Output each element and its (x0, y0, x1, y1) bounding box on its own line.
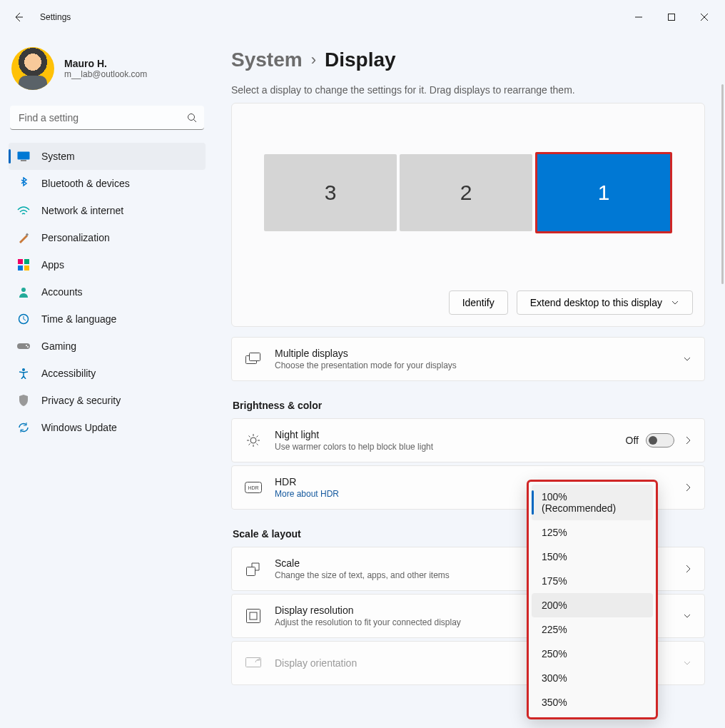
personalization-icon (17, 231, 30, 244)
network-icon (17, 204, 30, 217)
sidebar-item-apps[interactable]: Apps (9, 251, 206, 278)
scale-option-300[interactable]: 300% (532, 666, 653, 690)
svg-rect-23 (246, 658, 261, 667)
gaming-icon (17, 340, 30, 353)
section-brightness: Brightness & color (233, 400, 705, 411)
svg-rect-6 (24, 259, 29, 264)
sidebar-item-label: Accounts (41, 286, 83, 298)
identify-button[interactable]: Identify (449, 290, 508, 315)
page-subtitle: Select a display to change the settings … (231, 84, 705, 96)
scale-dropdown-menu: 100% (Recommended) 125% 150% 175% 200% 2… (527, 480, 658, 719)
monitor-2[interactable]: 2 (400, 154, 532, 231)
card-multiple-displays[interactable]: Multiple displays Choose the presentatio… (231, 337, 705, 381)
sidebar-item-label: Personalization (41, 232, 110, 243)
night-light-toggle[interactable] (646, 433, 674, 448)
sidebar-item-accounts[interactable]: Accounts (9, 278, 206, 305)
sidebar-item-bluetooth[interactable]: Bluetooth & devices (9, 170, 206, 197)
card-subtitle: Use warmer colors to help block blue lig… (275, 442, 613, 452)
scale-option-150[interactable]: 150% (532, 545, 653, 569)
night-light-toggle-wrap: Off (626, 433, 674, 448)
privacy-icon (17, 394, 30, 407)
scale-option-125[interactable]: 125% (532, 520, 653, 545)
card-subtitle: Choose the presentation mode for your di… (275, 360, 670, 370)
chevron-right-icon (684, 435, 691, 445)
breadcrumb-parent[interactable]: System (231, 49, 303, 71)
minimize-icon (635, 14, 642, 21)
scale-option-350[interactable]: 350% (532, 690, 653, 714)
sidebar-item-system[interactable]: System (9, 143, 206, 170)
breadcrumb: System › Display (231, 49, 705, 71)
monitor-canvas[interactable]: 3 2 1 (232, 103, 704, 282)
update-icon (17, 421, 30, 434)
sidebar-item-label: Privacy & security (41, 395, 121, 406)
chevron-right-icon (684, 564, 691, 574)
back-button[interactable] (4, 3, 33, 31)
maximize-icon (668, 14, 675, 21)
maximize-button[interactable] (655, 6, 688, 29)
sidebar-item-label: System (41, 151, 75, 162)
chevron-down-icon (683, 355, 691, 363)
svg-rect-22 (250, 612, 257, 620)
sidebar-item-label: Accessibility (41, 368, 96, 379)
scale-option-200[interactable]: 200% (532, 593, 653, 617)
avatar (11, 47, 54, 90)
toggle-state: Off (626, 435, 639, 446)
close-button[interactable] (688, 6, 721, 29)
sidebar-item-gaming[interactable]: Gaming (9, 333, 206, 360)
svg-rect-20 (247, 567, 255, 576)
svg-rect-0 (669, 14, 675, 21)
hdr-icon: HDR (245, 482, 262, 493)
extend-dropdown[interactable]: Extend desktop to this display (517, 290, 693, 315)
arranger-actions: Identify Extend desktop to this display (232, 282, 704, 326)
svg-rect-5 (18, 259, 23, 264)
sidebar-item-privacy[interactable]: Privacy & security (9, 387, 206, 414)
svg-rect-21 (247, 610, 260, 623)
sidebar-item-network[interactable]: Network & internet (9, 197, 206, 224)
extend-dropdown-label: Extend desktop to this display (530, 297, 662, 308)
sidebar-item-personalization[interactable]: Personalization (9, 224, 206, 251)
sidebar-item-update[interactable]: Windows Update (9, 414, 206, 441)
card-title: Multiple displays (275, 348, 670, 359)
svg-rect-3 (21, 160, 26, 161)
monitor-3[interactable]: 3 (264, 154, 397, 231)
scrollbar-thumb[interactable] (721, 84, 724, 284)
scale-option-225[interactable]: 225% (532, 617, 653, 642)
scale-option-175[interactable]: 175% (532, 569, 653, 593)
search-input[interactable] (10, 106, 204, 130)
system-icon (17, 150, 30, 163)
scale-option-250[interactable]: 250% (532, 642, 653, 666)
svg-point-9 (21, 288, 26, 292)
search-wrap (10, 106, 204, 130)
card-title: Night light (275, 429, 613, 440)
sidebar-item-accessibility[interactable]: Accessibility (9, 360, 206, 387)
back-arrow-icon (13, 11, 24, 23)
svg-rect-8 (24, 266, 29, 271)
display-arranger: 3 2 1 Identify Extend desktop to this di… (231, 103, 705, 327)
card-night-light[interactable]: Night light Use warmer colors to help bl… (231, 418, 705, 462)
svg-rect-2 (18, 152, 30, 160)
sidebar-item-label: Network & internet (41, 205, 123, 216)
bluetooth-icon (17, 177, 30, 190)
nav-list: System Bluetooth & devices Network & int… (9, 143, 206, 441)
window-title: Settings (40, 12, 71, 22)
monitor-1-selected[interactable]: 1 (535, 152, 672, 233)
close-icon (701, 14, 708, 21)
svg-point-14 (22, 368, 25, 371)
accessibility-icon (17, 367, 30, 380)
sidebar-item-time[interactable]: Time & language (9, 305, 206, 333)
scale-option-100[interactable]: 100% (Recommended) (532, 485, 653, 520)
orientation-icon (245, 657, 262, 669)
sidebar-item-label: Apps (41, 259, 64, 271)
multiple-displays-icon (245, 353, 262, 365)
scrollbar-track (721, 34, 724, 728)
svg-point-17 (250, 438, 256, 443)
profile-block[interactable]: Mauro H. m__lab@outlook.com (9, 43, 206, 101)
svg-text:HDR: HDR (248, 485, 258, 490)
svg-rect-7 (18, 266, 23, 271)
resolution-icon (245, 609, 262, 623)
sidebar: Mauro H. m__lab@outlook.com System Bluet… (0, 34, 214, 728)
sidebar-item-label: Time & language (41, 313, 116, 325)
minimize-button[interactable] (622, 6, 655, 29)
sidebar-item-label: Gaming (41, 340, 76, 352)
page-title: Display (325, 49, 396, 71)
